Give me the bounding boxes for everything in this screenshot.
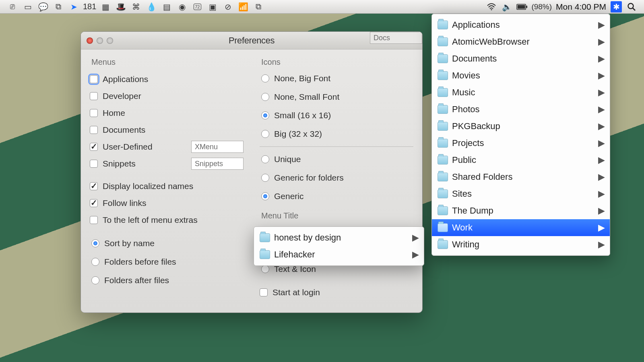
battery-percent[interactable]: (98%) [530,2,553,11]
menu-item-label: Applications [452,20,500,30]
grid-icon[interactable]: ▦ [100,1,111,12]
ball-icon[interactable]: ◉ [176,1,188,12]
folder-icon [438,88,448,97]
command-icon[interactable]: ⌘ [130,1,142,12]
label-big-32: Big (32 x 32) [274,129,322,139]
battery-icon[interactable] [516,1,528,12]
menubar: ⎚ ▭ 💬 ⧉ ➤ 181 ▦ 🎩 ⌘ 💧 ▤ ◉ 72 ▣ ⊘ 📶 ⧉ 🔈 (… [0,0,644,14]
menu-item-label: Shared Folders [452,172,512,182]
radio-folders-after[interactable] [91,276,99,284]
label-generic: Generic [274,191,304,201]
drop-icon[interactable]: 💧 [146,1,157,12]
menu-item[interactable]: Public▶ [432,152,610,169]
work-submenu[interactable]: honest by design▶Lifehacker▶ [254,226,424,266]
radio-text-icon[interactable] [261,265,269,273]
radio-none-big[interactable] [261,74,269,82]
menu-item[interactable]: Writing▶ [432,236,610,253]
label-applications: Applications [103,74,169,84]
zoom-button[interactable] [107,37,113,44]
check-applications[interactable] [90,75,98,83]
menu-item[interactable]: PKGBackup▶ [432,118,610,135]
field-snippets[interactable] [191,158,244,170]
chat-icon[interactable]: 💬 [37,1,49,12]
radio-generic-folders[interactable] [261,174,269,182]
label-to-left: To the left of menu extras [103,215,198,225]
menu-item[interactable]: Documents▶ [432,50,610,67]
menu-item[interactable]: Photos▶ [432,101,610,118]
svg-rect-2 [526,6,528,8]
folder-icon [438,173,448,181]
folder-icon [438,54,448,63]
menu-item[interactable]: honest by design▶ [254,229,424,246]
xmenu-dropdown[interactable]: Applications▶AtomicWebBrowser▶Documents▶… [431,14,610,256]
radio-unique[interactable] [261,155,269,163]
svg-line-5 [633,8,635,10]
antenna-icon[interactable]: 📶 [237,1,249,12]
minimize-button[interactable] [97,37,103,44]
check-home[interactable] [90,109,98,117]
menu-item[interactable]: Shared Folders▶ [432,169,610,185]
menu-item[interactable]: Work▶ [432,219,610,236]
menu-item-label: Photos [452,104,480,115]
field-user-defined[interactable] [191,141,244,153]
radio-small-16[interactable] [261,111,269,119]
svg-point-0 [491,9,492,10]
check-follow-links[interactable] [90,199,98,207]
menu-item-label: AtomicWebBrowser [452,37,530,47]
hat-icon[interactable]: 🎩 [115,1,126,12]
window-icon[interactable]: ▣ [207,1,218,12]
camera-icon[interactable]: ⎚ [7,1,18,12]
folder-icon [438,105,448,114]
section-label-icons: Icons [261,58,413,67]
check-developer[interactable] [90,92,98,100]
chevron-right-icon: ▶ [598,70,605,81]
dropbox-icon[interactable]: ⧉ [53,1,64,12]
phone-icon[interactable]: ▭ [22,1,33,12]
temp-icon[interactable]: 72 [192,1,203,12]
spotlight-icon[interactable] [626,1,637,12]
menu-item[interactable]: Lifehacker▶ [254,246,424,263]
cursor-icon[interactable]: ➤ [68,1,79,12]
radio-sort-name[interactable] [91,239,99,247]
label-folders-after: Folders after files [104,276,169,285]
folder-icon [260,250,270,259]
check-snippets[interactable] [90,160,98,168]
check-display-localized[interactable] [90,182,98,190]
check-documents[interactable] [90,126,98,134]
radio-folders-before[interactable] [91,258,99,266]
chevron-right-icon: ▶ [598,37,605,47]
page-icon[interactable]: ▤ [161,1,172,12]
counter-value[interactable]: 181 [81,2,98,11]
window-titlebar[interactable]: Preferences [81,32,422,49]
folder-icon [438,156,448,165]
radio-none-small[interactable] [261,93,269,101]
radio-big-32[interactable] [261,130,269,138]
chevron-right-icon: ▶ [412,249,419,260]
volume-icon[interactable]: 🔈 [501,1,512,12]
svg-point-4 [628,3,634,8]
xmenu-gear-icon[interactable]: ✱ [611,1,622,12]
menu-item[interactable]: Sites▶ [432,185,610,202]
section-label-menu-title: Menu Title [261,211,413,220]
menu-item[interactable]: Projects▶ [432,135,610,152]
menu-item[interactable]: Music▶ [432,84,610,101]
wifi-icon[interactable] [486,1,497,12]
menubar-clock[interactable]: Mon 4:00 PM [553,2,609,12]
menu-item[interactable]: Applications▶ [432,16,610,33]
check-start-login[interactable] [260,288,268,296]
menu-item[interactable]: AtomicWebBrowser▶ [432,33,610,50]
display-icon[interactable]: ⧉ [253,1,264,12]
chevron-right-icon: ▶ [598,206,605,216]
check-user-defined[interactable] [90,143,98,151]
close-button[interactable] [87,37,93,44]
menu-item[interactable]: The Dump▶ [432,202,610,219]
menu-item-label: honest by design [274,232,341,243]
menu-item-label: Projects [452,138,484,148]
chevron-right-icon: ▶ [598,189,605,199]
folder-icon [438,206,448,215]
check-to-left[interactable] [90,216,98,224]
compass-icon[interactable]: ⊘ [222,1,233,12]
folder-icon [438,122,448,131]
radio-generic[interactable] [261,192,269,200]
menu-item[interactable]: Movies▶ [432,67,610,84]
